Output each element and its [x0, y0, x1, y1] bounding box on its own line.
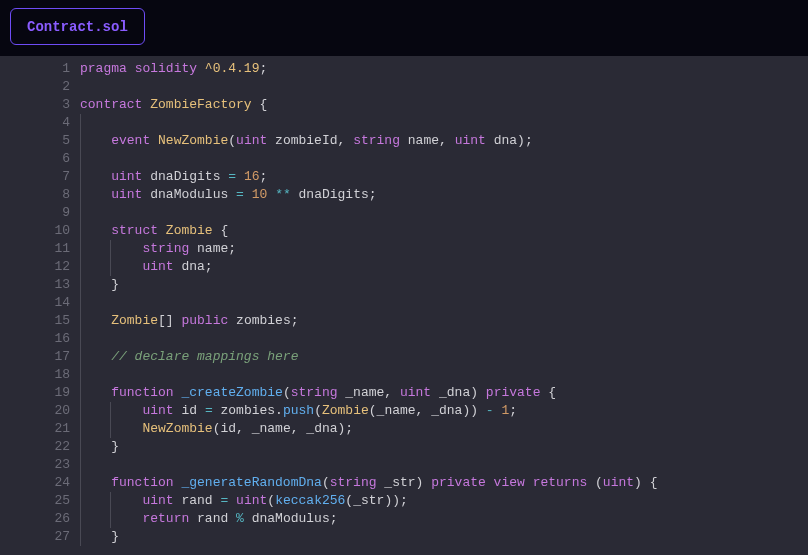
code-line-content: }	[80, 529, 119, 544]
code-line-content: uint rand = uint(keccak256(_str));	[80, 493, 408, 508]
code-line[interactable]: Zombie[] public zombies;	[80, 312, 808, 330]
line-number: 2	[0, 78, 70, 96]
code-line[interactable]: event NewZombie(uint zombieId, string na…	[80, 132, 808, 150]
code-line[interactable]: function _generateRandomDna(string _str)…	[80, 474, 808, 492]
line-number: 4	[0, 114, 70, 132]
code-line-content: string name;	[80, 241, 236, 256]
tab-bar: Contract.sol	[0, 0, 808, 56]
indent-guide	[110, 258, 111, 276]
indent-guide	[80, 438, 81, 456]
code-line-content: }	[80, 277, 119, 292]
line-number: 17	[0, 348, 70, 366]
indent-guide	[80, 276, 81, 294]
indent-guide	[80, 330, 81, 348]
code-line[interactable]: struct Zombie {	[80, 222, 808, 240]
code-line[interactable]: }	[80, 276, 808, 294]
code-line-content: uint dnaModulus = 10 ** dnaDigits;	[80, 187, 377, 202]
indent-guide	[80, 474, 81, 492]
code-line-content: uint id = zombies.push(Zombie(_name, _dn…	[80, 403, 517, 418]
line-number: 20	[0, 402, 70, 420]
code-line[interactable]: }	[80, 528, 808, 546]
code-line-content: NewZombie(id, _name, _dna);	[80, 421, 353, 436]
code-line[interactable]: uint id = zombies.push(Zombie(_name, _dn…	[80, 402, 808, 420]
indent-guide	[80, 510, 81, 528]
indent-guide	[80, 114, 81, 132]
code-line-content: uint dna;	[80, 259, 213, 274]
code-line-content: event NewZombie(uint zombieId, string na…	[80, 133, 533, 148]
code-line[interactable]: contract ZombieFactory {	[80, 96, 808, 114]
tab-label: Contract.sol	[27, 19, 128, 35]
line-number: 12	[0, 258, 70, 276]
line-number: 14	[0, 294, 70, 312]
indent-guide	[80, 420, 81, 438]
indent-guide	[80, 366, 81, 384]
code-line-content: Zombie[] public zombies;	[80, 313, 299, 328]
indent-guide	[80, 384, 81, 402]
indent-guide	[80, 456, 81, 474]
code-line[interactable]	[80, 78, 808, 96]
indent-guide	[80, 222, 81, 240]
line-number: 21	[0, 420, 70, 438]
indent-guide	[110, 402, 111, 420]
code-line[interactable]: function _createZombie(string _name, uin…	[80, 384, 808, 402]
code-line-content: contract ZombieFactory {	[80, 97, 267, 112]
code-line[interactable]	[80, 456, 808, 474]
code-line-content: }	[80, 439, 119, 454]
line-number: 1	[0, 60, 70, 78]
code-line[interactable]: return rand % dnaModulus;	[80, 510, 808, 528]
line-number: 13	[0, 276, 70, 294]
line-number: 11	[0, 240, 70, 258]
code-line-content: function _generateRandomDna(string _str)…	[80, 475, 658, 490]
code-line-content: return rand % dnaModulus;	[80, 511, 338, 526]
indent-guide	[110, 420, 111, 438]
line-number: 24	[0, 474, 70, 492]
indent-guide	[80, 168, 81, 186]
line-number: 15	[0, 312, 70, 330]
code-line[interactable]	[80, 294, 808, 312]
code-line[interactable]: uint dna;	[80, 258, 808, 276]
code-line-content: // declare mappings here	[80, 349, 298, 364]
line-number: 16	[0, 330, 70, 348]
code-line[interactable]: uint dnaModulus = 10 ** dnaDigits;	[80, 186, 808, 204]
code-line[interactable]: uint rand = uint(keccak256(_str));	[80, 492, 808, 510]
code-line-content: struct Zombie {	[80, 223, 228, 238]
code-line[interactable]: }	[80, 438, 808, 456]
indent-guide	[80, 240, 81, 258]
line-number: 22	[0, 438, 70, 456]
line-number: 25	[0, 492, 70, 510]
code-line[interactable]	[80, 330, 808, 348]
indent-guide	[80, 402, 81, 420]
code-line[interactable]: string name;	[80, 240, 808, 258]
line-number: 7	[0, 168, 70, 186]
line-number: 18	[0, 366, 70, 384]
indent-guide	[110, 492, 111, 510]
line-number: 8	[0, 186, 70, 204]
code-line-content: function _createZombie(string _name, uin…	[80, 385, 556, 400]
line-number: 6	[0, 150, 70, 168]
code-line[interactable]	[80, 150, 808, 168]
code-line[interactable]: NewZombie(id, _name, _dna);	[80, 420, 808, 438]
code-editor[interactable]: 1234567891011121314151617181920212223242…	[0, 56, 808, 555]
indent-guide	[110, 510, 111, 528]
indent-guide	[80, 294, 81, 312]
code-line[interactable]	[80, 204, 808, 222]
indent-guide	[80, 528, 81, 546]
line-number: 26	[0, 510, 70, 528]
tab-contract-sol[interactable]: Contract.sol	[10, 8, 145, 45]
line-number: 9	[0, 204, 70, 222]
code-line[interactable]: uint dnaDigits = 16;	[80, 168, 808, 186]
code-line-content: uint dnaDigits = 16;	[80, 169, 267, 184]
line-number: 3	[0, 96, 70, 114]
code-line[interactable]: pragma solidity ^0.4.19;	[80, 60, 808, 78]
code-line[interactable]	[80, 114, 808, 132]
indent-guide	[80, 150, 81, 168]
indent-guide	[110, 240, 111, 258]
code-line[interactable]: // declare mappings here	[80, 348, 808, 366]
indent-guide	[80, 348, 81, 366]
indent-guide	[80, 258, 81, 276]
code-area[interactable]: pragma solidity ^0.4.19;contract ZombieF…	[80, 56, 808, 555]
line-number: 23	[0, 456, 70, 474]
indent-guide	[80, 312, 81, 330]
line-number: 5	[0, 132, 70, 150]
code-line[interactable]	[80, 366, 808, 384]
